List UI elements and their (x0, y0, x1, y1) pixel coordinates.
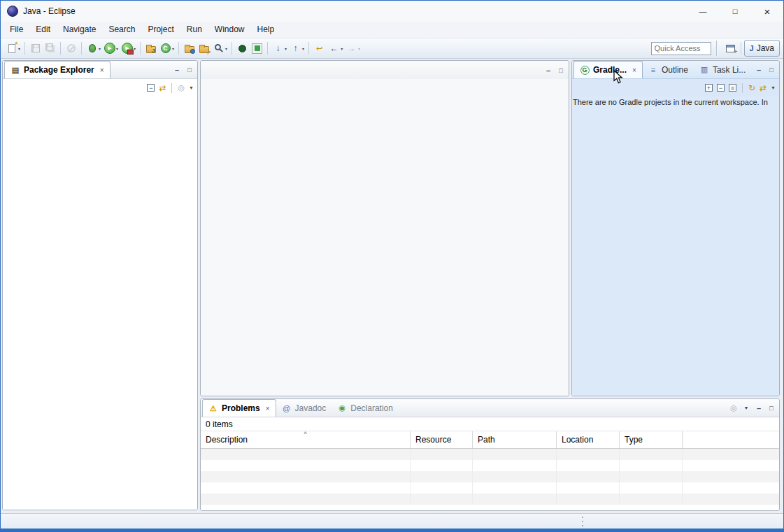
new-wizard-button[interactable]: ▾ (4, 40, 22, 57)
maximize-view-button[interactable]: □ (765, 64, 778, 76)
tab-label: Outline (662, 65, 688, 75)
close-icon[interactable]: × (266, 405, 270, 412)
tab-task-list[interactable]: ▥ Task Li... (694, 61, 751, 78)
previous-annotation-button[interactable]: ↑ ▾ (288, 40, 306, 57)
menu-run[interactable]: Run (180, 22, 208, 38)
tab-gradle-tasks[interactable]: G Gradle... × (573, 61, 643, 78)
new-class-button[interactable]: C ▾ (158, 40, 176, 57)
close-icon[interactable]: × (100, 66, 104, 74)
record-button[interactable] (235, 40, 250, 57)
tab-javadoc[interactable]: @ Javadoc (276, 399, 332, 417)
tab-package-explorer[interactable]: ▤ Package Explorer × (4, 61, 111, 78)
java-perspective-button[interactable]: J Java (744, 40, 780, 57)
stop-button[interactable] (250, 40, 264, 57)
stop-icon (252, 43, 262, 54)
tab-label: Task Li... (713, 65, 746, 75)
back-button[interactable]: ← ▾ (327, 40, 344, 57)
focus-on-task-icon[interactable]: ◎ (178, 83, 185, 92)
table-row (201, 460, 779, 471)
open-task-button[interactable] (197, 40, 211, 57)
column-header-type[interactable]: Type (620, 431, 683, 448)
new-task-icon (185, 46, 194, 53)
chevron-down-icon[interactable]: ▾ (99, 46, 101, 51)
menu-edit[interactable]: Edit (29, 22, 57, 38)
editor-tab-bar: – □ (201, 61, 569, 79)
external-tools-button[interactable]: ▶ ▾ (120, 40, 137, 57)
window-maximize-button[interactable]: □ (719, 1, 751, 22)
column-header-description[interactable]: ^ Description (201, 431, 411, 448)
chevron-down-icon[interactable]: ▾ (18, 46, 20, 51)
quick-access-input[interactable] (651, 42, 711, 55)
new-java-project-button[interactable] (143, 40, 158, 57)
focus-on-task-icon[interactable]: ◎ (730, 403, 737, 412)
view-menu-icon[interactable]: ▼ (740, 402, 753, 415)
new-task-button[interactable] (182, 40, 197, 57)
window-minimize-button[interactable]: — (687, 1, 719, 22)
window-controls: — □ × (687, 1, 783, 22)
table-row (201, 482, 779, 494)
new-java-project-icon (146, 46, 156, 53)
view-controls: – □ (753, 61, 778, 78)
save-button[interactable] (28, 40, 43, 57)
perspective-bar-separator (716, 41, 718, 56)
save-all-button[interactable] (43, 40, 57, 57)
debug-button[interactable]: ▾ (85, 40, 102, 57)
save-icon (31, 44, 40, 52)
editor-area: – □ (200, 60, 569, 396)
collapse-all-icon[interactable]: − (717, 84, 725, 92)
problems-count: 0 items (201, 417, 779, 431)
menu-file[interactable]: File (3, 22, 29, 38)
chevron-down-icon[interactable]: ▾ (358, 46, 360, 51)
tab-declaration[interactable]: ◉ Declaration (332, 399, 399, 417)
forward-button[interactable]: → ▾ (344, 40, 362, 57)
minimize-editor-button[interactable]: – (542, 64, 555, 77)
maximize-view-button[interactable]: □ (765, 402, 778, 415)
menu-search[interactable]: Search (102, 22, 141, 38)
gradle-view-content: There are no Gradle projects in the curr… (572, 96, 779, 396)
menu-project[interactable]: Project (141, 22, 180, 38)
expand-all-icon[interactable]: + (705, 84, 713, 92)
column-header-path[interactable]: Path (473, 431, 557, 448)
tab-outline[interactable]: ≡ Outline (643, 61, 694, 78)
chevron-down-icon[interactable]: ▾ (225, 46, 227, 51)
view-menu-icon[interactable]: ▼ (189, 85, 194, 90)
chevron-down-icon[interactable]: ▾ (134, 46, 136, 51)
next-annotation-button[interactable]: ↓ ▾ (271, 40, 288, 57)
minimize-view-button[interactable]: – (171, 64, 183, 76)
close-icon[interactable]: × (632, 66, 636, 74)
chevron-down-icon[interactable]: ▾ (285, 46, 287, 51)
chevron-down-icon[interactable]: ▾ (302, 46, 304, 51)
menu-help[interactable]: Help (251, 22, 281, 38)
search-button[interactable]: ▾ (211, 40, 229, 57)
chevron-down-icon[interactable]: ▾ (116, 46, 118, 51)
minimize-view-button[interactable]: – (753, 64, 765, 76)
eclipse-logo-icon (7, 6, 18, 17)
toolbar-separator (267, 42, 268, 55)
chevron-down-icon[interactable]: ▾ (172, 46, 174, 51)
chevron-down-icon[interactable]: ▾ (341, 46, 343, 51)
refresh-icon[interactable]: ↻ (748, 83, 755, 93)
column-header-location[interactable]: Location (557, 431, 620, 448)
run-button[interactable]: ▶ ▾ (102, 40, 120, 57)
flat-layout-icon[interactable]: ≡ (729, 84, 736, 92)
view-menu-icon[interactable]: ▼ (771, 85, 776, 90)
last-edit-location-button[interactable]: ↩ (312, 40, 327, 57)
link-with-selection-icon[interactable]: ⇄ (760, 83, 767, 93)
column-header-resource[interactable]: Resource (411, 431, 473, 448)
menu-window[interactable]: Window (208, 22, 251, 38)
column-header-spacer (683, 431, 779, 448)
maximize-view-button[interactable]: □ (183, 64, 196, 76)
task-list-icon: ▥ (699, 65, 709, 75)
gradle-tasks-view: G Gradle... × ≡ Outline ▥ Task Li... – □ (571, 60, 780, 396)
minimize-view-button[interactable]: – (753, 402, 765, 415)
window-close-button[interactable]: × (751, 1, 783, 22)
menu-navigate[interactable]: Navigate (57, 22, 102, 38)
tab-problems[interactable]: ⚠ Problems × (202, 399, 276, 417)
last-edit-location-icon: ↩ (313, 43, 325, 55)
skip-breakpoints-button[interactable] (64, 40, 78, 57)
collapse-all-icon[interactable]: − (147, 84, 155, 92)
trim-drag-handle[interactable] (581, 517, 584, 526)
maximize-editor-button[interactable]: □ (555, 64, 567, 77)
link-with-editor-icon[interactable]: ⇄ (159, 83, 166, 93)
open-perspective-button[interactable] (723, 40, 738, 57)
